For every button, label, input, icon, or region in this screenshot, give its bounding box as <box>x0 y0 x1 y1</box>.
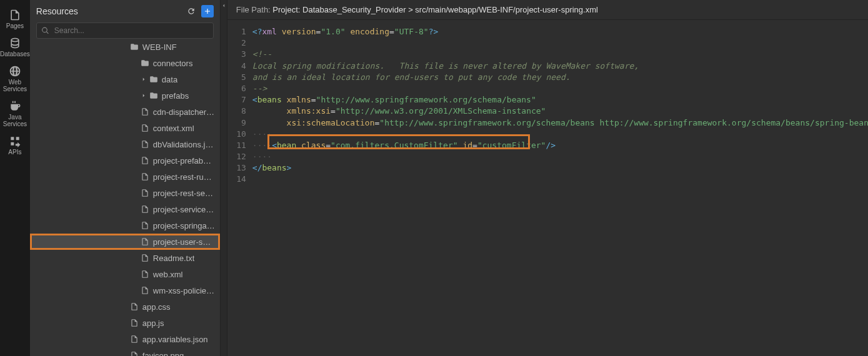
file-icon <box>141 107 149 116</box>
breadcrumb-project: Database_Security_Provider <box>302 5 406 14</box>
folder-icon <box>149 91 158 100</box>
tree-label: wm-xss-policies.xml <box>153 286 215 295</box>
editor-area: File Path: Project: Database_Security_Pr… <box>227 0 868 356</box>
tree-label: cdn-dispatcher-servlet.xml <box>153 107 215 117</box>
file-icon <box>130 319 139 327</box>
tree-item[interactable]: project-springapp.xml <box>30 217 220 234</box>
breadcrumb-path: > src/main/webapp/WEB-INF/project-user-s… <box>406 5 598 14</box>
tree-label: project-prefabs.xml <box>153 156 215 166</box>
tree-label: favicon.png <box>142 351 184 357</box>
tree-item[interactable]: prefabs <box>30 87 220 104</box>
tree-item[interactable]: context.xml <box>30 120 220 136</box>
tree-label: context.xml <box>153 124 194 133</box>
coffee-icon <box>9 100 21 112</box>
tree-item[interactable]: connectors <box>30 55 220 71</box>
search-icon <box>41 27 49 35</box>
tree-label: app.js <box>142 319 164 328</box>
tree-label: WEB-INF <box>142 44 177 52</box>
tree-label: Readme.txt <box>153 254 194 263</box>
tree-item[interactable]: Readme.txt <box>30 250 220 266</box>
nav-label: Pages <box>6 22 24 29</box>
file-icon <box>141 189 149 197</box>
tree-label: project-springapp.xml <box>153 221 215 230</box>
main-nav: Pages Databases Web Services Java Servic… <box>0 0 30 356</box>
tree-label: project-services.xml <box>153 205 215 214</box>
breadcrumb: File Path: Project: Database_Security_Pr… <box>227 0 868 20</box>
tree-label: project-rest-runtime-config.xml <box>153 172 215 182</box>
file-tree[interactable]: WEB-INFconnectorsdataprefabscdn-dispatch… <box>30 44 220 356</box>
file-icon <box>9 9 21 21</box>
file-icon <box>141 124 149 132</box>
tree-item[interactable]: app.css <box>30 299 220 315</box>
nav-web-services[interactable]: Web Services <box>0 61 30 96</box>
panel-collapse-handle[interactable] <box>221 0 227 356</box>
file-icon <box>141 221 149 230</box>
resources-header: Resources <box>30 0 220 22</box>
nav-label: Databases <box>0 51 30 57</box>
file-icon <box>141 254 149 262</box>
breadcrumb-project-prefix: Project: <box>272 5 302 14</box>
folder-icon <box>141 59 149 67</box>
tree-item[interactable]: project-prefabs.xml <box>30 152 220 169</box>
nav-java-services[interactable]: Java Services <box>0 96 30 131</box>
tree-item[interactable]: WEB-INF <box>30 44 220 55</box>
file-icon <box>141 140 149 149</box>
tree-item[interactable]: cdn-dispatcher-servlet.xml <box>30 104 220 120</box>
chevron-left-icon <box>221 2 227 9</box>
database-icon <box>9 37 21 49</box>
tree-label: project-rest-service.xml <box>153 189 215 198</box>
chevron-right-icon <box>141 76 147 82</box>
chevron-right-icon <box>141 92 147 99</box>
file-icon <box>141 172 149 181</box>
code-editor[interactable]: 1234567891011121314 <?xml version="1.0" … <box>227 20 868 356</box>
nav-label: Web Services <box>0 79 30 92</box>
tree-label: prefabs <box>162 91 189 101</box>
file-icon <box>130 351 139 356</box>
tree-item[interactable]: app.variables.json <box>30 331 220 347</box>
file-icon <box>130 302 139 311</box>
file-icon <box>141 205 149 214</box>
tree-item[interactable]: project-services.xml <box>30 201 220 217</box>
tree-item[interactable]: favicon.png <box>30 347 220 356</box>
globe-icon <box>9 65 21 77</box>
resources-title: Resources <box>36 6 78 16</box>
add-button[interactable] <box>201 5 214 17</box>
api-icon <box>9 135 21 147</box>
tree-item[interactable]: project-rest-runtime-config.xml <box>30 169 220 185</box>
tree-item[interactable]: data <box>30 71 220 87</box>
file-icon <box>130 335 139 344</box>
tree-label: dbValidations.json <box>153 140 215 149</box>
tree-label: web.xml <box>153 270 183 279</box>
tree-label: data <box>162 75 177 84</box>
nav-databases[interactable]: Databases <box>0 33 30 61</box>
search-box <box>36 22 214 39</box>
refresh-button[interactable] <box>185 5 197 17</box>
tree-item[interactable]: dbValidations.json <box>30 136 220 152</box>
folder-icon <box>149 75 158 84</box>
line-gutter: 1234567891011121314 <box>227 26 252 356</box>
plus-icon <box>203 7 212 16</box>
tree-label: project-user-spring.xml <box>153 237 215 247</box>
file-icon <box>141 286 149 295</box>
tree-label: connectors <box>153 59 193 68</box>
nav-pages[interactable]: Pages <box>0 5 30 33</box>
tree-item[interactable]: project-rest-service.xml <box>30 185 220 201</box>
resources-panel: Resources WEB-INFconnectorsdataprefabscd… <box>30 0 221 356</box>
file-icon <box>141 237 149 246</box>
tree-item[interactable]: project-user-spring.xml <box>30 234 220 250</box>
nav-label: Java Services <box>0 114 30 127</box>
tree-item[interactable]: web.xml <box>30 266 220 282</box>
file-icon <box>141 156 149 165</box>
code-lines: <?xml version="1.0" encoding="UTF-8"?><!… <box>252 26 868 356</box>
tree-label: app.css <box>142 302 171 312</box>
tree-item[interactable]: wm-xss-policies.xml <box>30 282 220 299</box>
nav-label: APIs <box>8 149 21 156</box>
tree-item[interactable]: app.js <box>30 315 220 331</box>
breadcrumb-label: File Path: <box>236 5 273 14</box>
search-input[interactable] <box>36 22 214 39</box>
tree-label: app.variables.json <box>142 335 208 344</box>
file-icon <box>141 270 149 279</box>
folder-icon <box>130 44 139 51</box>
nav-apis[interactable]: APIs <box>0 131 30 159</box>
refresh-icon <box>187 7 196 16</box>
